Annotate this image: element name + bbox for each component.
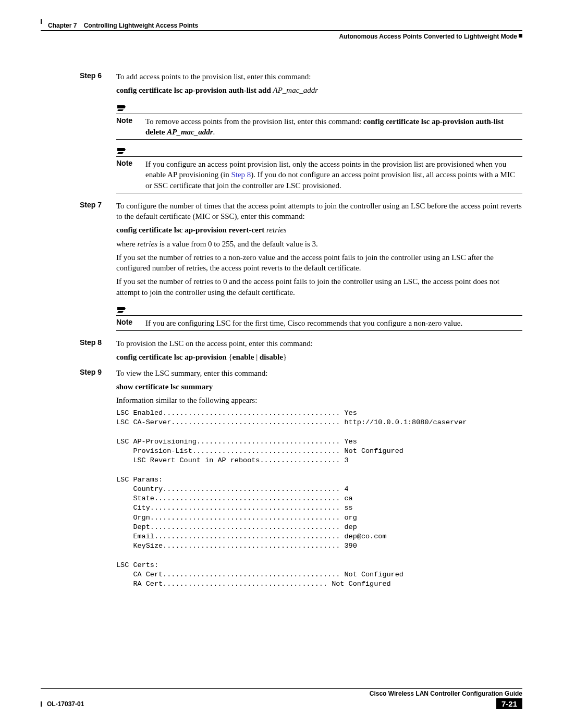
note-post: . (213, 128, 215, 136)
command-bold: config certificate lsc ap-provision (116, 353, 229, 361)
command-italic: AP_mac_addr (273, 86, 319, 94)
step-intro: To provision the LSC on the access point… (116, 338, 522, 349)
content-area: Step 6 To add access points to the provi… (41, 71, 522, 589)
brace-open: { (229, 353, 232, 361)
pencil-icon (116, 147, 128, 155)
note-text: If you configure an access point provisi… (145, 159, 522, 191)
command-bold: config certificate lsc ap-provision reve… (116, 226, 266, 234)
note-cmd-italic: AP_mac_addr (167, 128, 213, 136)
note-text: If you are configuring LSC for the first… (145, 318, 522, 328)
note-text: To remove access points from the provisi… (145, 116, 522, 138)
pencil-icon (116, 306, 128, 314)
note-block-1: Note To remove access points from the pr… (116, 104, 522, 140)
footer-rule (41, 688, 522, 689)
page-header: Chapter 7 Controlling Lightweight Access… (41, 19, 522, 40)
step-command: config certificate lsc ap-provision {ena… (116, 352, 522, 362)
where-post: is a value from 0 to 255, and the defaul… (157, 240, 318, 248)
step-intro: To view the LSC summary, enter this comm… (116, 368, 522, 378)
command-output: LSC Enabled.............................… (116, 409, 522, 589)
chapter-label: Chapter 7 (48, 22, 77, 29)
step-command: config certificate lsc ap-provision auth… (116, 85, 522, 95)
where-italic: retries (137, 240, 157, 248)
step-para3: If you set the number of retries to a no… (116, 252, 522, 274)
footer-tick (41, 701, 42, 707)
command-bold: config certificate lsc ap-provision auth… (116, 86, 273, 94)
step-8: Step 8 To provision the LSC on the acces… (41, 338, 522, 366)
step-body: To provision the LSC on the access point… (116, 338, 522, 366)
step-info: Information similar to the following app… (116, 395, 522, 405)
step-body: To configure the number of times that th… (116, 201, 522, 301)
step-para4: If you set the number of retries to 0 an… (116, 276, 522, 298)
step-intro: To add access points to the provision li… (116, 71, 522, 82)
page-footer: Cisco Wireless LAN Controller Configurat… (41, 688, 522, 709)
where-pre: where (116, 240, 137, 248)
note-bottom-rule (116, 330, 522, 331)
step-label: Step 9 (80, 368, 116, 589)
footer-ol-number: OL-17037-01 (47, 700, 84, 708)
note-label: Note (116, 159, 145, 191)
note-block-2: Note If you configure an access point pr… (116, 147, 522, 193)
note-bottom-rule (116, 139, 522, 140)
step-cross-reference[interactable]: Step 8 (231, 170, 251, 179)
note-label: Note (116, 318, 145, 328)
note-pre: To remove access points from the provisi… (145, 117, 363, 126)
footer-guide-title: Cisco Wireless LAN Controller Configurat… (41, 690, 522, 697)
step-body: To view the LSC summary, enter this comm… (116, 368, 522, 589)
step-6: Step 6 To add access points to the provi… (41, 71, 522, 99)
header-section-title: Autonomous Access Points Converted to Li… (339, 33, 517, 40)
pencil-icon (116, 104, 128, 113)
step-9: Step 9 To view the LSC summary, enter th… (41, 368, 522, 589)
step-label: Step 6 (80, 71, 116, 99)
command-italic: retries (266, 226, 287, 234)
note-label: Note (116, 116, 145, 138)
opt-enable: enable (232, 353, 254, 361)
step-command: config certificate lsc ap-provision reve… (116, 225, 522, 235)
header-end-marker (519, 34, 522, 38)
step-label: Step 7 (80, 201, 116, 301)
page-number: 7-21 (496, 698, 522, 709)
brace-close: } (283, 353, 287, 361)
chapter-title: Controlling Lightweight Access Points (84, 22, 199, 29)
step-intro: To configure the number of times that th… (116, 201, 522, 222)
step-where: where retries is a value from 0 to 255, … (116, 239, 522, 249)
note-block-3: Note If you are configuring LSC for the … (116, 306, 522, 331)
pipe: | (254, 353, 260, 361)
step-label: Step 8 (80, 338, 116, 366)
step-7: Step 7 To configure the number of times … (41, 201, 522, 301)
opt-disable: disable (260, 353, 283, 361)
command-bold: show certificate lsc summary (116, 382, 213, 391)
note-bottom-rule (116, 193, 522, 193)
step-body: To add access points to the provision li… (116, 71, 522, 99)
step-command: show certificate lsc summary (116, 381, 522, 392)
header-chapter: Chapter 7 Controlling Lightweight Access… (48, 22, 522, 29)
page: Chapter 7 Controlling Lightweight Access… (0, 0, 563, 728)
